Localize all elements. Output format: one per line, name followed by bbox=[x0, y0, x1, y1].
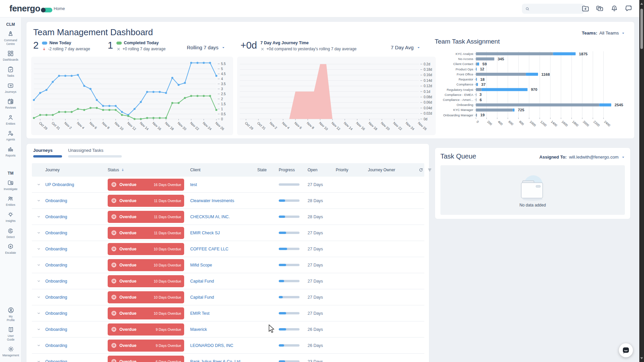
filter-icon[interactable] bbox=[427, 167, 432, 173]
table-row[interactable]: UP OnboardingOverdue16 Days Overduetest2… bbox=[32, 177, 424, 193]
svg-text:Nov 16: Nov 16 bbox=[152, 121, 162, 131]
client-link[interactable]: Maverick bbox=[190, 327, 207, 332]
table-row[interactable]: OnboardingOverdue11 Days OverdueClearwat… bbox=[32, 193, 424, 209]
journey-link[interactable]: Onboarding bbox=[45, 231, 67, 235]
refresh-icon[interactable] bbox=[418, 167, 424, 173]
col-client[interactable]: Client bbox=[190, 168, 257, 172]
tab-journeys[interactable]: Journeys bbox=[33, 148, 62, 158]
page-scrollbar[interactable] bbox=[639, 0, 644, 362]
table-row[interactable]: OnboardingOverdue6 Days OverdueBank Juli… bbox=[32, 354, 424, 362]
client-link[interactable]: Capital Fund bbox=[190, 295, 214, 300]
chevron-down-icon[interactable] bbox=[36, 295, 41, 300]
assigned-to-dropdown[interactable]: Assigned To: will.ledwith@fenergo.com bbox=[539, 155, 626, 160]
client-link[interactable]: EMIR Check SJ bbox=[190, 231, 220, 235]
folders-icon[interactable] bbox=[596, 4, 604, 13]
table-row[interactable]: OnboardingOverdue10 Days OverdueMifid Sc… bbox=[32, 257, 424, 273]
table-row[interactable]: OnboardingOverdue11 Days OverdueCHECKSUM… bbox=[32, 209, 424, 225]
sidebar-item-tm-entities[interactable]: Entities bbox=[0, 193, 21, 209]
chevron-down-icon[interactable] bbox=[36, 279, 41, 284]
sidebar-item-journeys[interactable]: Journeys bbox=[0, 80, 21, 96]
chat-widget-button[interactable] bbox=[619, 343, 633, 357]
client-link[interactable]: EMIR Test bbox=[190, 311, 209, 316]
sidebar-item-my-profile[interactable]: MyProfile bbox=[0, 304, 21, 324]
col-journey[interactable]: Journey bbox=[45, 168, 108, 172]
col-progress[interactable]: Progress bbox=[279, 168, 308, 172]
chevron-down-icon[interactable] bbox=[36, 182, 41, 187]
col-journey-owner[interactable]: Journey Owner bbox=[368, 168, 418, 172]
sidebar-item-agents[interactable]: Agents bbox=[0, 127, 21, 143]
table-row[interactable]: OnboardingOverdue10 Days OverdueCapital … bbox=[32, 273, 424, 289]
client-link[interactable]: test bbox=[190, 182, 197, 187]
sidebar-item-tm-investigate[interactable]: Investigate bbox=[0, 177, 21, 193]
notifications-bell-icon[interactable] bbox=[610, 4, 619, 13]
fenergo-logo[interactable]: fenergo bbox=[9, 3, 52, 14]
client-link[interactable]: COFFEE CAFE LLC bbox=[190, 247, 228, 251]
chevron-down-icon[interactable] bbox=[36, 246, 41, 251]
search-input[interactable] bbox=[532, 6, 579, 11]
chevron-down-icon[interactable] bbox=[36, 262, 41, 267]
sidebar-item-tm-detect[interactable]: Detect bbox=[0, 225, 21, 241]
progress-bar bbox=[279, 328, 300, 330]
table-row[interactable]: OnboardingOverdue9 Days OverdueLEONARDO … bbox=[32, 338, 424, 354]
rolling-range-dropdown[interactable]: Rolling 7 days bbox=[187, 45, 226, 50]
client-link[interactable]: Mifid Scope bbox=[190, 263, 212, 267]
sidebar-item-reports[interactable]: Reports bbox=[0, 143, 21, 160]
table-row[interactable]: OnboardingOverdue10 Days OverdueCOFFEE C… bbox=[32, 241, 424, 257]
col-status[interactable]: Status bbox=[108, 168, 190, 172]
avg-range-dropdown[interactable]: 7 Day Avg bbox=[391, 45, 421, 50]
journey-link[interactable]: Onboarding bbox=[45, 311, 67, 316]
chevron-down-icon[interactable] bbox=[36, 327, 41, 332]
col-open[interactable]: Open bbox=[308, 168, 336, 172]
journey-link[interactable]: Onboarding bbox=[45, 327, 67, 332]
add-folder-icon[interactable] bbox=[581, 4, 590, 13]
svg-text:725: 725 bbox=[518, 108, 525, 112]
sidebar-item-management[interactable]: Management bbox=[0, 343, 21, 359]
chevron-down-icon[interactable] bbox=[36, 230, 41, 235]
svg-text:Nov 26: Nov 26 bbox=[215, 121, 225, 131]
sidebar-item-label: Entities bbox=[6, 203, 15, 207]
client-link[interactable]: Capital Fund bbox=[190, 279, 214, 284]
sidebar-item-tm-escalate[interactable]: Escalate bbox=[0, 241, 21, 257]
journey-link[interactable]: Onboarding bbox=[45, 263, 67, 267]
table-row[interactable]: OnboardingOverdue10 Days OverdueEMIR Tes… bbox=[32, 305, 424, 321]
sidebar-item-entities[interactable]: Entities bbox=[0, 112, 21, 128]
nav-home[interactable]: Home bbox=[54, 6, 65, 11]
client-link[interactable]: Bank Julius Baer & Co. Ltd bbox=[190, 359, 240, 362]
sidebar-item-tasks[interactable]: Tasks bbox=[0, 64, 21, 80]
sidebar-item-tm-insights[interactable]: Insights bbox=[0, 209, 21, 225]
scroll-thumb[interactable] bbox=[640, 9, 643, 49]
chevron-down-icon[interactable] bbox=[36, 311, 41, 316]
sidebar-item-user-guide[interactable]: UserGuide bbox=[0, 324, 21, 343]
client-link[interactable]: Clearwater Investments bbox=[190, 198, 234, 203]
chevron-down-icon[interactable] bbox=[36, 343, 41, 348]
journey-link[interactable]: Onboarding bbox=[45, 279, 67, 284]
journey-link[interactable]: Onboarding bbox=[45, 295, 67, 300]
chevron-down-icon[interactable] bbox=[36, 198, 41, 203]
journey-link[interactable]: Onboarding bbox=[45, 343, 67, 348]
tab-unassigned-tasks[interactable]: Unassigned Tasks bbox=[68, 148, 122, 158]
sidebar: CLM CommandCentreDashboardsTasksJourneys… bbox=[0, 17, 21, 362]
journey-link[interactable]: UP Onboarding bbox=[45, 182, 74, 187]
table-row[interactable]: OnboardingOverdue10 Days OverdueCapital … bbox=[32, 289, 424, 305]
search-box[interactable] bbox=[522, 4, 584, 14]
table-row[interactable]: OnboardingOverdue11 Days OverdueEMIR Che… bbox=[32, 225, 424, 241]
sidebar-item-reviews[interactable]: Reviews bbox=[0, 96, 21, 112]
journey-link[interactable]: Onboarding bbox=[45, 247, 67, 251]
col-state[interactable]: State bbox=[257, 168, 279, 172]
chevron-down-icon[interactable] bbox=[36, 214, 41, 219]
table-row[interactable]: OnboardingOverdue9 Days OverdueMaverick2… bbox=[32, 321, 424, 338]
scroll-down-arrow[interactable] bbox=[640, 357, 643, 359]
scroll-up-arrow[interactable] bbox=[640, 3, 643, 5]
journey-link[interactable]: Onboarding bbox=[45, 198, 67, 203]
chevron-down-icon[interactable] bbox=[36, 359, 41, 362]
sidebar-item-dashboards[interactable]: Dashboards bbox=[0, 48, 21, 64]
client-link[interactable]: CHECKSUM AI, INC. bbox=[190, 215, 230, 219]
status-badge-overdue: Overdue6 Days Overdue bbox=[108, 356, 184, 362]
col-priority[interactable]: Priority bbox=[336, 168, 368, 172]
journey-link[interactable]: Onboarding bbox=[45, 359, 67, 362]
journey-link[interactable]: Onboarding bbox=[45, 215, 67, 219]
assistant-chat-icon[interactable] bbox=[625, 4, 633, 13]
sidebar-item-command-centre[interactable]: CommandCentre bbox=[0, 28, 21, 48]
teams-dropdown[interactable]: Teams: All Teams bbox=[582, 31, 626, 36]
client-link[interactable]: LEONARDO DRS, INC bbox=[190, 343, 233, 348]
